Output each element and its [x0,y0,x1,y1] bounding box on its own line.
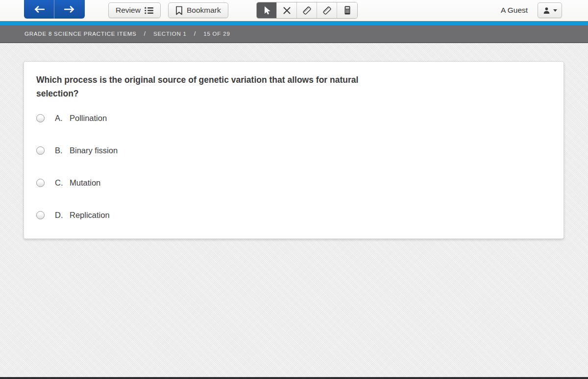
radio-button[interactable] [36,114,45,122]
tool-palette [256,2,358,19]
radio-button[interactable] [36,146,45,155]
option-letter: A. [55,114,68,123]
tool-calculator[interactable] [337,2,357,18]
radio-button[interactable] [36,211,45,219]
cursor-icon [262,5,271,15]
review-button[interactable]: Review [108,2,161,18]
bookmark-button[interactable]: Bookmark [168,2,228,18]
person-icon [542,6,551,15]
answer-option-a[interactable]: A. Pollination [36,112,551,124]
bookmark-button-label: Bookmark [187,6,221,15]
option-letter: C. [55,178,68,188]
bottom-edge-bar [0,377,588,379]
previous-question-button[interactable] [24,0,54,19]
calculator-icon [343,5,352,15]
option-letter: D. [55,211,68,220]
ruler-icon [322,5,332,16]
user-name-label: A Guest [501,6,528,15]
answer-option-d[interactable]: D. Replication [36,209,551,221]
next-question-button[interactable] [54,0,85,19]
breadcrumb-section: SECTION 1 [153,31,187,37]
breadcrumb-separator: / [194,30,196,37]
list-icon [145,7,153,14]
breadcrumb: GRADE 8 SCIENCE PRACTICE ITEMS / SECTION… [0,25,588,43]
tool-pointer[interactable] [257,2,277,18]
question-nav-group [24,0,85,19]
ruler-icon [302,5,312,16]
question-card: Which process is the original source of … [24,61,564,239]
option-text: Binary fission [70,146,118,155]
question-text: Which process is the original source of … [36,73,383,100]
top-toolbar: Review Bookmark [0,0,588,21]
bookmark-icon [175,6,183,15]
tool-answer-eliminator[interactable] [277,2,297,18]
chevron-down-icon [553,9,557,12]
option-letter: B. [55,146,68,155]
radio-button[interactable] [36,179,45,187]
arrow-right-icon [64,6,75,13]
arrow-left-icon [34,6,45,13]
option-text: Replication [70,211,110,220]
option-text: Mutation [70,178,100,188]
accent-strip [0,21,588,25]
tool-ruler-secondary[interactable] [317,2,337,18]
user-menu-button[interactable] [538,2,562,18]
breadcrumb-progress: 15 OF 29 [203,31,230,37]
answer-option-b[interactable]: B. Binary fission [36,144,551,157]
review-button-label: Review [116,6,141,15]
answer-option-c[interactable]: C. Mutation [36,177,551,189]
tool-ruler[interactable] [297,2,317,18]
breadcrumb-separator: / [144,30,146,37]
breadcrumb-test-name: GRADE 8 SCIENCE PRACTICE ITEMS [24,31,136,37]
option-text: Pollination [70,114,107,123]
x-icon [283,6,291,15]
